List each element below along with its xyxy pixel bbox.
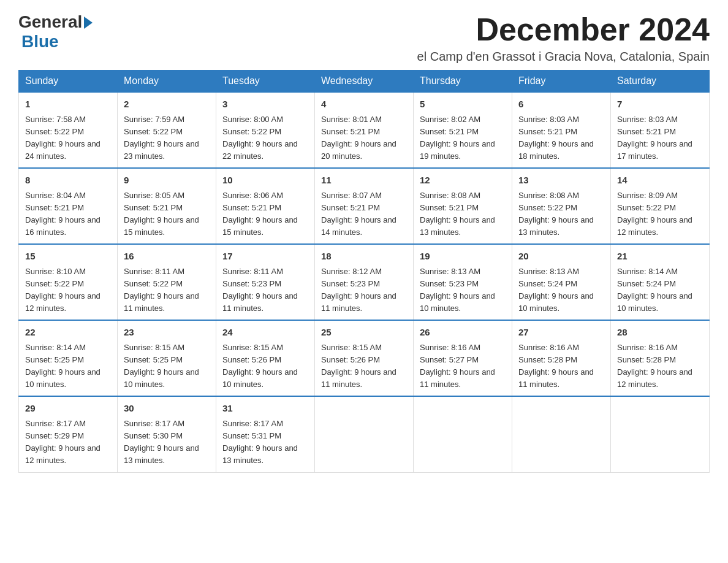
header-saturday: Saturday [611, 71, 710, 93]
table-row: 18 Sunrise: 8:12 AMSunset: 5:23 PMDaylig… [315, 244, 414, 320]
day-info: Sunrise: 8:04 AMSunset: 5:21 PMDaylight:… [25, 191, 100, 237]
table-row: 27 Sunrise: 8:16 AMSunset: 5:28 PMDaylig… [512, 320, 611, 396]
day-info: Sunrise: 8:13 AMSunset: 5:23 PMDaylight:… [420, 267, 495, 313]
table-row [611, 396, 710, 472]
header-wednesday: Wednesday [315, 71, 414, 93]
table-row: 12 Sunrise: 8:08 AMSunset: 5:21 PMDaylig… [414, 168, 512, 244]
day-info: Sunrise: 8:06 AMSunset: 5:21 PMDaylight:… [222, 191, 298, 237]
table-row [512, 396, 611, 472]
table-row: 20 Sunrise: 8:13 AMSunset: 5:24 PMDaylig… [512, 244, 611, 320]
day-number: 15 [25, 250, 111, 264]
table-row: 17 Sunrise: 8:11 AMSunset: 5:23 PMDaylig… [216, 244, 315, 320]
table-row: 4 Sunrise: 8:01 AMSunset: 5:21 PMDayligh… [315, 92, 414, 168]
location-subtitle: el Camp d'en Grassot i Gracia Nova, Cata… [417, 50, 710, 64]
day-number: 22 [25, 326, 111, 340]
table-row: 31 Sunrise: 8:17 AMSunset: 5:31 PMDaylig… [216, 396, 315, 472]
day-number: 23 [124, 326, 210, 340]
day-info: Sunrise: 8:13 AMSunset: 5:24 PMDaylight:… [518, 267, 594, 313]
table-row: 14 Sunrise: 8:09 AMSunset: 5:22 PMDaylig… [611, 168, 710, 244]
table-row: 30 Sunrise: 8:17 AMSunset: 5:30 PMDaylig… [118, 396, 216, 472]
day-info: Sunrise: 8:17 AMSunset: 5:30 PMDaylight:… [124, 419, 199, 465]
day-number: 14 [617, 174, 703, 188]
day-number: 19 [420, 250, 506, 264]
day-number: 6 [518, 98, 604, 112]
day-info: Sunrise: 8:16 AMSunset: 5:28 PMDaylight:… [617, 343, 692, 389]
logo: General Blue [18, 12, 93, 52]
day-info: Sunrise: 8:00 AMSunset: 5:22 PMDaylight:… [222, 115, 298, 161]
calendar-week-row: 15 Sunrise: 8:10 AMSunset: 5:22 PMDaylig… [19, 244, 710, 320]
calendar-week-row: 22 Sunrise: 8:14 AMSunset: 5:25 PMDaylig… [19, 320, 710, 396]
table-row: 9 Sunrise: 8:05 AMSunset: 5:21 PMDayligh… [118, 168, 216, 244]
day-number: 7 [617, 98, 703, 112]
day-info: Sunrise: 8:02 AMSunset: 5:21 PMDaylight:… [420, 115, 495, 161]
day-info: Sunrise: 8:08 AMSunset: 5:21 PMDaylight:… [420, 191, 495, 237]
table-row: 6 Sunrise: 8:03 AMSunset: 5:21 PMDayligh… [512, 92, 611, 168]
day-info: Sunrise: 8:11 AMSunset: 5:22 PMDaylight:… [124, 267, 199, 313]
day-number: 4 [321, 98, 407, 112]
table-row: 16 Sunrise: 8:11 AMSunset: 5:22 PMDaylig… [118, 244, 216, 320]
logo-text-general: General [18, 12, 82, 32]
table-row [414, 396, 512, 472]
table-row: 26 Sunrise: 8:16 AMSunset: 5:27 PMDaylig… [414, 320, 512, 396]
day-number: 28 [617, 326, 703, 340]
day-info: Sunrise: 8:15 AMSunset: 5:25 PMDaylight:… [124, 343, 199, 389]
day-number: 1 [25, 98, 111, 112]
header-tuesday: Tuesday [216, 71, 315, 93]
table-row: 5 Sunrise: 8:02 AMSunset: 5:21 PMDayligh… [414, 92, 512, 168]
table-row: 7 Sunrise: 8:03 AMSunset: 5:21 PMDayligh… [611, 92, 710, 168]
table-row [315, 396, 414, 472]
day-number: 27 [518, 326, 604, 340]
table-row: 25 Sunrise: 8:15 AMSunset: 5:26 PMDaylig… [315, 320, 414, 396]
header-friday: Friday [512, 71, 611, 93]
table-row: 3 Sunrise: 8:00 AMSunset: 5:22 PMDayligh… [216, 92, 315, 168]
day-info: Sunrise: 8:14 AMSunset: 5:24 PMDaylight:… [617, 267, 692, 313]
logo-text-blue: Blue [21, 32, 93, 52]
day-info: Sunrise: 8:17 AMSunset: 5:29 PMDaylight:… [25, 419, 100, 465]
table-row: 15 Sunrise: 8:10 AMSunset: 5:22 PMDaylig… [19, 244, 118, 320]
day-number: 21 [617, 250, 703, 264]
month-title: December 2024 [417, 12, 710, 47]
day-info: Sunrise: 8:11 AMSunset: 5:23 PMDaylight:… [222, 267, 298, 313]
day-number: 11 [321, 174, 407, 188]
day-number: 12 [420, 174, 506, 188]
table-row: 2 Sunrise: 7:59 AMSunset: 5:22 PMDayligh… [118, 92, 216, 168]
table-row: 23 Sunrise: 8:15 AMSunset: 5:25 PMDaylig… [118, 320, 216, 396]
day-info: Sunrise: 8:05 AMSunset: 5:21 PMDaylight:… [124, 191, 199, 237]
day-number: 9 [124, 174, 210, 188]
logo-arrow-icon [84, 17, 93, 29]
day-info: Sunrise: 7:58 AMSunset: 5:22 PMDaylight:… [25, 115, 100, 161]
day-info: Sunrise: 8:07 AMSunset: 5:21 PMDaylight:… [321, 191, 396, 237]
day-info: Sunrise: 8:14 AMSunset: 5:25 PMDaylight:… [25, 343, 100, 389]
day-info: Sunrise: 8:12 AMSunset: 5:23 PMDaylight:… [321, 267, 396, 313]
day-number: 3 [222, 98, 308, 112]
day-number: 29 [25, 402, 111, 416]
day-info: Sunrise: 8:15 AMSunset: 5:26 PMDaylight:… [222, 343, 298, 389]
table-row: 1 Sunrise: 7:58 AMSunset: 5:22 PMDayligh… [19, 92, 118, 168]
day-info: Sunrise: 8:15 AMSunset: 5:26 PMDaylight:… [321, 343, 396, 389]
table-row: 8 Sunrise: 8:04 AMSunset: 5:21 PMDayligh… [19, 168, 118, 244]
header-sunday: Sunday [19, 71, 118, 93]
table-row: 10 Sunrise: 8:06 AMSunset: 5:21 PMDaylig… [216, 168, 315, 244]
table-row: 19 Sunrise: 8:13 AMSunset: 5:23 PMDaylig… [414, 244, 512, 320]
day-info: Sunrise: 8:17 AMSunset: 5:31 PMDaylight:… [222, 419, 298, 465]
day-number: 13 [518, 174, 604, 188]
table-row: 28 Sunrise: 8:16 AMSunset: 5:28 PMDaylig… [611, 320, 710, 396]
table-row: 29 Sunrise: 8:17 AMSunset: 5:29 PMDaylig… [19, 396, 118, 472]
calendar-week-row: 1 Sunrise: 7:58 AMSunset: 5:22 PMDayligh… [19, 92, 710, 168]
day-number: 24 [222, 326, 308, 340]
table-row: 24 Sunrise: 8:15 AMSunset: 5:26 PMDaylig… [216, 320, 315, 396]
day-info: Sunrise: 8:01 AMSunset: 5:21 PMDaylight:… [321, 115, 396, 161]
day-number: 20 [518, 250, 604, 264]
day-number: 5 [420, 98, 506, 112]
header-monday: Monday [118, 71, 216, 93]
day-info: Sunrise: 8:16 AMSunset: 5:27 PMDaylight:… [420, 343, 495, 389]
day-number: 26 [420, 326, 506, 340]
day-info: Sunrise: 8:03 AMSunset: 5:21 PMDaylight:… [518, 115, 594, 161]
calendar-week-row: 8 Sunrise: 8:04 AMSunset: 5:21 PMDayligh… [19, 168, 710, 244]
day-number: 2 [124, 98, 210, 112]
page-header: General Blue December 2024 el Camp d'en … [18, 12, 710, 64]
title-area: December 2024 el Camp d'en Grassot i Gra… [417, 12, 710, 64]
weekday-header-row: Sunday Monday Tuesday Wednesday Thursday… [19, 71, 710, 93]
day-number: 16 [124, 250, 210, 264]
table-row: 21 Sunrise: 8:14 AMSunset: 5:24 PMDaylig… [611, 244, 710, 320]
